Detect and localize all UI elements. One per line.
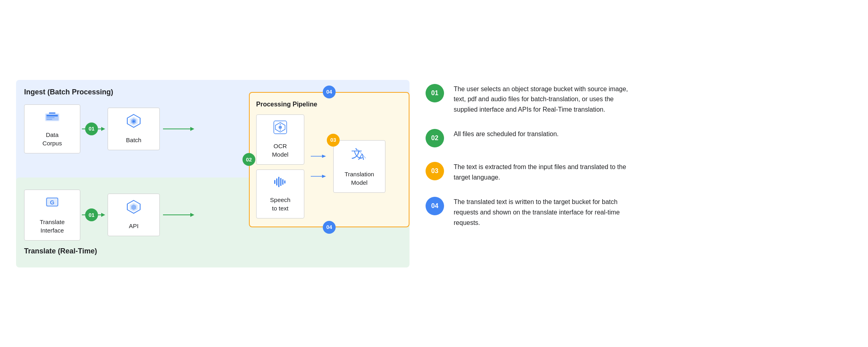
badge-01-ingest: 01: [85, 122, 98, 135]
badge-04-top: 04: [323, 86, 336, 98]
legend-item-4: 04 The translated text is written to the…: [426, 197, 852, 228]
main-container: Ingest (Batch Processing): [16, 80, 852, 267]
speech-to-text-node: Speechto text: [256, 169, 304, 218]
svg-rect-31: [278, 177, 279, 187]
speech-icon: [273, 176, 287, 192]
svg-point-26: [279, 126, 282, 129]
legend-item-3: 03 The text is extracted from the input …: [426, 162, 852, 182]
translation-model-wrapper: 03 文 A: [333, 140, 385, 193]
ocr-model-icon: [273, 120, 287, 139]
api-label: API: [129, 222, 139, 230]
batch-node: Batch: [108, 108, 160, 150]
data-corpus-node: DataCorpus: [24, 104, 80, 153]
pipeline-label: Processing Pipeline: [256, 101, 402, 108]
svg-marker-18: [101, 213, 105, 217]
svg-rect-2: [47, 115, 58, 116]
legend-area: 01 The user selects an object storage bu…: [426, 80, 852, 228]
pipeline-arrows: [311, 152, 327, 180]
data-corpus-label: DataCorpus: [43, 131, 62, 147]
legend-text-2: All files are scheduled for translation.: [454, 129, 558, 139]
legend-item-1: 01 The user selects an object storage bu…: [426, 84, 852, 115]
ocr-model-label: OCRModel: [272, 142, 289, 159]
svg-marker-13: [190, 127, 194, 131]
translation-model-node: 文 A TranslationModel: [333, 140, 385, 193]
badge-04-bottom: 04: [323, 221, 336, 234]
legend-badge-1: 01: [426, 84, 444, 102]
pipeline-container: Processing Pipeline: [249, 92, 410, 227]
pipeline-box: Processing Pipeline: [249, 92, 410, 227]
arrow-ocr-to-trans: [311, 152, 327, 160]
ocr-model-node: OCRModel: [256, 114, 304, 165]
svg-rect-33: [282, 179, 283, 185]
svg-rect-30: [276, 178, 277, 186]
badge-03: 03: [327, 134, 340, 147]
svg-marker-38: [322, 175, 326, 178]
translate-interface-icon: G: [45, 196, 59, 214]
svg-marker-36: [322, 155, 326, 158]
svg-rect-34: [284, 180, 285, 184]
badge-01-realtime: 01: [85, 208, 98, 221]
legend-badge-4: 04: [426, 197, 444, 215]
svg-rect-5: [49, 112, 55, 114]
legend-text-3: The text is extracted from the input fil…: [454, 162, 630, 182]
realtime-label: Translate (Real-Time): [24, 247, 401, 255]
batch-label: Batch: [126, 136, 141, 144]
legend-text-4: The translated text is written to the ta…: [454, 197, 630, 228]
svg-marker-23: [190, 213, 194, 217]
speech-to-text-label: Speechto text: [270, 196, 291, 212]
svg-rect-4: [47, 119, 52, 120]
api-node: API: [108, 194, 160, 236]
svg-rect-32: [280, 178, 281, 186]
legend-item-2: 02 All files are scheduled for translati…: [426, 129, 852, 147]
translate-interface-node: G TranslateInterface: [24, 190, 80, 241]
svg-rect-29: [274, 180, 275, 184]
pipeline-left: OCRModel: [256, 114, 304, 218]
legend-badge-3: 03: [426, 162, 444, 180]
api-icon: [126, 200, 141, 218]
arrow-to-pipeline-ingest: [163, 123, 195, 135]
translate-interface-label: TranslateInterface: [40, 218, 65, 235]
diagram-area: Ingest (Batch Processing): [16, 80, 410, 267]
pipeline-inner: OCRModel: [256, 114, 402, 218]
badge-02: 02: [242, 153, 255, 166]
arrow-speech-to-trans: [311, 172, 327, 180]
batch-icon: [126, 114, 141, 133]
legend-badge-2: 02: [426, 129, 444, 147]
svg-text:G: G: [50, 199, 55, 206]
svg-rect-3: [47, 117, 55, 118]
svg-marker-7: [101, 127, 105, 131]
legend-text-1: The user selects an object storage bucke…: [454, 84, 630, 115]
translation-model-icon: 文 A: [350, 146, 368, 167]
translation-model-label: TranslationModel: [344, 170, 374, 187]
data-corpus-icon: [45, 110, 59, 127]
arrow-to-pipeline-realtime: [163, 209, 195, 221]
